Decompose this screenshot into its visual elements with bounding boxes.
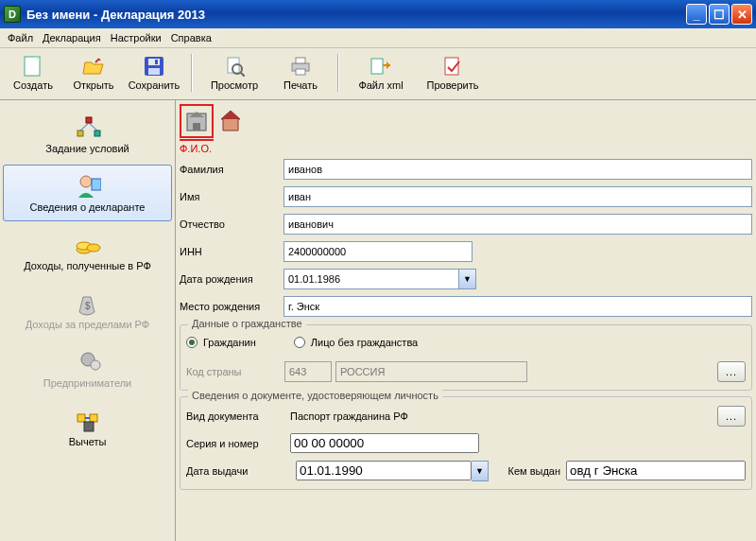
deductions-icon (75, 408, 101, 434)
open-button[interactable]: Открыть (64, 50, 123, 96)
main-panel: Ф.И.О. Фамилия Имя Отчество ИНН Дата рож… (175, 100, 756, 541)
sidebar-item-income-abroad[interactable]: $ Доходы за пределами РФ (3, 282, 172, 339)
svg-rect-17 (86, 117, 92, 123)
person-icon (75, 173, 101, 200)
print-button[interactable]: Печать (271, 50, 330, 96)
radio-on-icon (186, 337, 198, 348)
entrepreneur-icon (75, 349, 101, 375)
sidebar-item-conditions[interactable]: Задание условий (3, 106, 172, 163)
issuedate-input[interactable] (296, 461, 472, 480)
svg-rect-6 (148, 68, 160, 75)
magnifier-icon (223, 55, 246, 78)
svg-rect-14 (371, 59, 383, 74)
doctype-browse-button[interactable]: ... (717, 406, 746, 427)
svg-line-20 (80, 123, 89, 131)
country-name-field: РОССИЯ (335, 361, 527, 382)
citizenship-legend: Данные о гражданстве (188, 318, 306, 329)
svg-rect-13 (296, 69, 305, 75)
sidebar-item-entrepreneur[interactable]: Предприниматели (3, 340, 172, 397)
minimize-button[interactable]: _ (686, 4, 707, 25)
separator (191, 54, 192, 92)
svg-rect-30 (77, 414, 85, 422)
svg-rect-36 (193, 123, 200, 131)
svg-rect-7 (155, 60, 158, 64)
country-code-field: 643 (284, 361, 332, 382)
moneybag-icon: $ (75, 290, 101, 317)
birthdate-input[interactable] (284, 269, 459, 289)
svg-marker-15 (387, 61, 390, 69)
document-legend: Сведения о документе, удостоверяющем лич… (188, 390, 442, 401)
svg-rect-32 (84, 422, 94, 431)
name-input[interactable] (284, 186, 752, 207)
check-document-icon (441, 55, 464, 78)
sidebar-item-deductions[interactable]: Вычеты (3, 399, 172, 456)
doctype-field: Паспорт гражданина РФ (290, 410, 712, 422)
sidebar-item-declarant[interactable]: Сведения о декларанте (3, 165, 172, 221)
app-icon: D (4, 6, 21, 23)
country-browse-button[interactable]: ... (717, 361, 746, 382)
maximize-button[interactable]: ☐ (709, 4, 730, 25)
conditions-icon (75, 114, 101, 141)
folder-open-icon (82, 55, 105, 78)
save-button[interactable]: Сохранить (125, 50, 183, 96)
tab-personal-info[interactable] (180, 104, 214, 138)
serial-label: Серия и номер (186, 438, 290, 449)
svg-line-21 (89, 123, 97, 131)
export-xml-icon (369, 55, 392, 78)
menu-declaration[interactable]: Декларация (43, 32, 101, 44)
filexml-button[interactable]: Файл xml (346, 50, 416, 96)
create-button[interactable]: Создать (4, 50, 62, 96)
sidebar-item-income-rf[interactable]: Доходы, полученные в РФ (3, 223, 172, 280)
serial-input[interactable] (290, 433, 479, 453)
issuedate-label: Дата выдачи (186, 465, 290, 477)
svg-point-29 (91, 360, 100, 370)
birthdate-dropdown[interactable]: ▼ (459, 269, 476, 289)
svg-line-10 (241, 73, 245, 77)
menu-help[interactable]: Справка (171, 32, 212, 44)
issuedby-input[interactable] (566, 461, 746, 480)
close-button[interactable]: ✕ (731, 4, 752, 25)
radio-citizen[interactable]: Гражданин (186, 337, 256, 348)
window-title: Без имени - Декларация 2013 (26, 8, 205, 22)
svg-text:$: $ (85, 301, 91, 311)
svg-point-22 (80, 176, 92, 187)
floppy-disk-icon (143, 55, 165, 78)
birthplace-label: Место рождения (180, 301, 284, 312)
citizenship-group: Данные о гражданстве Гражданин Лицо без … (180, 324, 752, 391)
preview-button[interactable]: Просмотр (199, 50, 269, 96)
svg-rect-31 (90, 414, 97, 422)
titlebar: D Без имени - Декларация 2013 _ ☐ ✕ (0, 0, 756, 28)
svg-rect-18 (77, 131, 83, 136)
menubar: Файл Декларация Настройки Справка (0, 28, 756, 48)
surname-input[interactable] (284, 159, 752, 180)
form-tabs (180, 104, 752, 138)
menu-file[interactable]: Файл (8, 32, 33, 44)
country-code-label: Код страны (186, 366, 281, 377)
patronymic-label: Отчество (180, 218, 284, 230)
svg-rect-12 (296, 58, 305, 63)
surname-label: Фамилия (180, 164, 284, 175)
name-label: Имя (180, 191, 284, 202)
separator (337, 54, 338, 92)
toolbar: Создать Открыть Сохранить Просмотр Печат… (0, 48, 756, 100)
menu-settings[interactable]: Настройки (111, 32, 162, 44)
issuedby-label: Кем выдан (494, 465, 560, 477)
svg-marker-38 (221, 111, 240, 119)
inn-label: ИНН (180, 246, 284, 257)
fio-section-label: Ф.И.О. (180, 139, 214, 154)
sidebar: Задание условий Сведения о декларанте До… (0, 100, 175, 541)
birthdate-label: Дата рождения (180, 273, 284, 285)
inn-input[interactable] (284, 241, 472, 262)
svg-rect-19 (94, 131, 100, 136)
birthplace-input[interactable] (284, 296, 752, 317)
tab-address[interactable] (214, 104, 248, 138)
issuedate-dropdown[interactable]: ▼ (472, 461, 489, 481)
svg-rect-5 (148, 59, 160, 65)
radio-stateless[interactable]: Лицо без гражданства (294, 337, 418, 348)
check-button[interactable]: Проверить (418, 50, 488, 96)
svg-point-26 (87, 244, 100, 252)
svg-rect-23 (92, 179, 101, 190)
document-group: Сведения о документе, удостоверяющем лич… (180, 396, 752, 490)
patronymic-input[interactable] (284, 214, 752, 235)
svg-marker-2 (83, 62, 103, 74)
